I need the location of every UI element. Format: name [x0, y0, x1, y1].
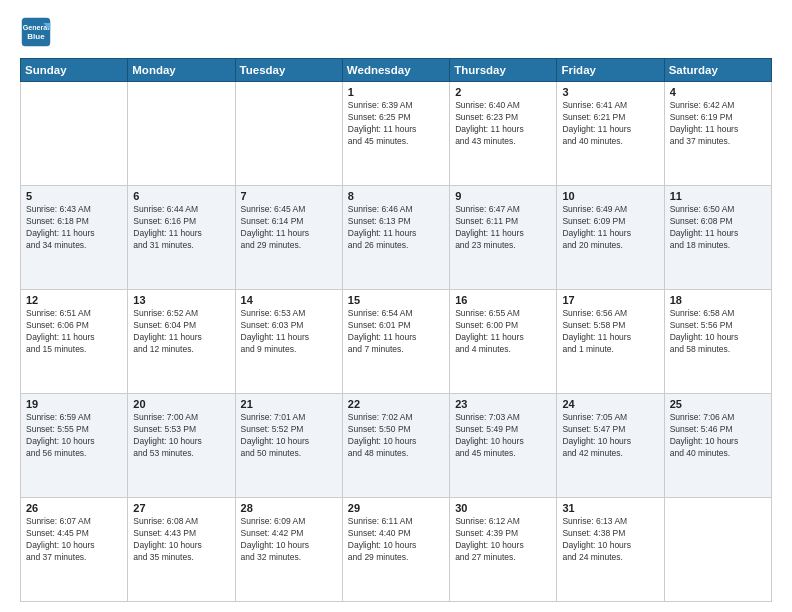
- calendar-cell: 2Sunrise: 6:40 AM Sunset: 6:23 PM Daylig…: [450, 82, 557, 186]
- day-number: 21: [241, 398, 337, 410]
- calendar-cell: 8Sunrise: 6:46 AM Sunset: 6:13 PM Daylig…: [342, 186, 449, 290]
- day-number: 7: [241, 190, 337, 202]
- day-number: 16: [455, 294, 551, 306]
- calendar-week-4: 19Sunrise: 6:59 AM Sunset: 5:55 PM Dayli…: [21, 394, 772, 498]
- day-info: Sunrise: 6:58 AM Sunset: 5:56 PM Dayligh…: [670, 308, 766, 356]
- day-info: Sunrise: 6:07 AM Sunset: 4:45 PM Dayligh…: [26, 516, 122, 564]
- day-info: Sunrise: 6:43 AM Sunset: 6:18 PM Dayligh…: [26, 204, 122, 252]
- svg-text:Blue: Blue: [27, 32, 45, 41]
- day-info: Sunrise: 7:01 AM Sunset: 5:52 PM Dayligh…: [241, 412, 337, 460]
- calendar-cell: 7Sunrise: 6:45 AM Sunset: 6:14 PM Daylig…: [235, 186, 342, 290]
- day-info: Sunrise: 6:55 AM Sunset: 6:00 PM Dayligh…: [455, 308, 551, 356]
- day-number: 27: [133, 502, 229, 514]
- calendar-cell: 22Sunrise: 7:02 AM Sunset: 5:50 PM Dayli…: [342, 394, 449, 498]
- day-info: Sunrise: 6:42 AM Sunset: 6:19 PM Dayligh…: [670, 100, 766, 148]
- calendar-cell: 20Sunrise: 7:00 AM Sunset: 5:53 PM Dayli…: [128, 394, 235, 498]
- calendar-cell: 30Sunrise: 6:12 AM Sunset: 4:39 PM Dayli…: [450, 498, 557, 602]
- day-number: 31: [562, 502, 658, 514]
- day-info: Sunrise: 6:47 AM Sunset: 6:11 PM Dayligh…: [455, 204, 551, 252]
- day-number: 23: [455, 398, 551, 410]
- weekday-header-row: SundayMondayTuesdayWednesdayThursdayFrid…: [21, 59, 772, 82]
- day-info: Sunrise: 7:00 AM Sunset: 5:53 PM Dayligh…: [133, 412, 229, 460]
- day-info: Sunrise: 6:11 AM Sunset: 4:40 PM Dayligh…: [348, 516, 444, 564]
- day-number: 18: [670, 294, 766, 306]
- calendar-cell: 9Sunrise: 6:47 AM Sunset: 6:11 PM Daylig…: [450, 186, 557, 290]
- calendar-cell: 18Sunrise: 6:58 AM Sunset: 5:56 PM Dayli…: [664, 290, 771, 394]
- day-info: Sunrise: 7:03 AM Sunset: 5:49 PM Dayligh…: [455, 412, 551, 460]
- day-info: Sunrise: 6:39 AM Sunset: 6:25 PM Dayligh…: [348, 100, 444, 148]
- day-number: 1: [348, 86, 444, 98]
- calendar-cell: [664, 498, 771, 602]
- day-info: Sunrise: 6:46 AM Sunset: 6:13 PM Dayligh…: [348, 204, 444, 252]
- calendar-cell: 27Sunrise: 6:08 AM Sunset: 4:43 PM Dayli…: [128, 498, 235, 602]
- day-number: 12: [26, 294, 122, 306]
- day-info: Sunrise: 6:52 AM Sunset: 6:04 PM Dayligh…: [133, 308, 229, 356]
- day-number: 14: [241, 294, 337, 306]
- day-info: Sunrise: 6:54 AM Sunset: 6:01 PM Dayligh…: [348, 308, 444, 356]
- calendar-week-5: 26Sunrise: 6:07 AM Sunset: 4:45 PM Dayli…: [21, 498, 772, 602]
- calendar-cell: 14Sunrise: 6:53 AM Sunset: 6:03 PM Dayli…: [235, 290, 342, 394]
- day-info: Sunrise: 6:51 AM Sunset: 6:06 PM Dayligh…: [26, 308, 122, 356]
- calendar-cell: 5Sunrise: 6:43 AM Sunset: 6:18 PM Daylig…: [21, 186, 128, 290]
- calendar-week-3: 12Sunrise: 6:51 AM Sunset: 6:06 PM Dayli…: [21, 290, 772, 394]
- calendar-cell: [235, 82, 342, 186]
- header: General Blue: [20, 16, 772, 48]
- day-number: 8: [348, 190, 444, 202]
- weekday-header-tuesday: Tuesday: [235, 59, 342, 82]
- day-number: 11: [670, 190, 766, 202]
- day-number: 17: [562, 294, 658, 306]
- calendar-cell: 26Sunrise: 6:07 AM Sunset: 4:45 PM Dayli…: [21, 498, 128, 602]
- day-number: 9: [455, 190, 551, 202]
- calendar-cell: 31Sunrise: 6:13 AM Sunset: 4:38 PM Dayli…: [557, 498, 664, 602]
- day-number: 20: [133, 398, 229, 410]
- day-info: Sunrise: 6:40 AM Sunset: 6:23 PM Dayligh…: [455, 100, 551, 148]
- calendar-week-2: 5Sunrise: 6:43 AM Sunset: 6:18 PM Daylig…: [21, 186, 772, 290]
- calendar-cell: 10Sunrise: 6:49 AM Sunset: 6:09 PM Dayli…: [557, 186, 664, 290]
- day-info: Sunrise: 6:12 AM Sunset: 4:39 PM Dayligh…: [455, 516, 551, 564]
- calendar-cell: [21, 82, 128, 186]
- day-info: Sunrise: 6:44 AM Sunset: 6:16 PM Dayligh…: [133, 204, 229, 252]
- day-info: Sunrise: 6:59 AM Sunset: 5:55 PM Dayligh…: [26, 412, 122, 460]
- logo: General Blue: [20, 16, 52, 48]
- day-number: 25: [670, 398, 766, 410]
- day-number: 4: [670, 86, 766, 98]
- weekday-header-wednesday: Wednesday: [342, 59, 449, 82]
- calendar-cell: 3Sunrise: 6:41 AM Sunset: 6:21 PM Daylig…: [557, 82, 664, 186]
- svg-text:General: General: [23, 24, 50, 32]
- day-number: 30: [455, 502, 551, 514]
- calendar-cell: 17Sunrise: 6:56 AM Sunset: 5:58 PM Dayli…: [557, 290, 664, 394]
- calendar-cell: 24Sunrise: 7:05 AM Sunset: 5:47 PM Dayli…: [557, 394, 664, 498]
- calendar-cell: 25Sunrise: 7:06 AM Sunset: 5:46 PM Dayli…: [664, 394, 771, 498]
- weekday-header-friday: Friday: [557, 59, 664, 82]
- logo-icon: General Blue: [20, 16, 52, 48]
- day-info: Sunrise: 6:56 AM Sunset: 5:58 PM Dayligh…: [562, 308, 658, 356]
- calendar-cell: 11Sunrise: 6:50 AM Sunset: 6:08 PM Dayli…: [664, 186, 771, 290]
- day-info: Sunrise: 6:50 AM Sunset: 6:08 PM Dayligh…: [670, 204, 766, 252]
- day-info: Sunrise: 7:06 AM Sunset: 5:46 PM Dayligh…: [670, 412, 766, 460]
- day-number: 3: [562, 86, 658, 98]
- weekday-header-monday: Monday: [128, 59, 235, 82]
- day-number: 5: [26, 190, 122, 202]
- day-info: Sunrise: 6:09 AM Sunset: 4:42 PM Dayligh…: [241, 516, 337, 564]
- day-number: 28: [241, 502, 337, 514]
- calendar-cell: 6Sunrise: 6:44 AM Sunset: 6:16 PM Daylig…: [128, 186, 235, 290]
- day-number: 29: [348, 502, 444, 514]
- calendar-cell: 21Sunrise: 7:01 AM Sunset: 5:52 PM Dayli…: [235, 394, 342, 498]
- calendar-cell: 1Sunrise: 6:39 AM Sunset: 6:25 PM Daylig…: [342, 82, 449, 186]
- calendar-cell: 28Sunrise: 6:09 AM Sunset: 4:42 PM Dayli…: [235, 498, 342, 602]
- day-number: 10: [562, 190, 658, 202]
- calendar-cell: 12Sunrise: 6:51 AM Sunset: 6:06 PM Dayli…: [21, 290, 128, 394]
- calendar-cell: 29Sunrise: 6:11 AM Sunset: 4:40 PM Dayli…: [342, 498, 449, 602]
- weekday-header-saturday: Saturday: [664, 59, 771, 82]
- day-number: 24: [562, 398, 658, 410]
- day-info: Sunrise: 6:45 AM Sunset: 6:14 PM Dayligh…: [241, 204, 337, 252]
- day-info: Sunrise: 6:08 AM Sunset: 4:43 PM Dayligh…: [133, 516, 229, 564]
- calendar-cell: 15Sunrise: 6:54 AM Sunset: 6:01 PM Dayli…: [342, 290, 449, 394]
- calendar-cell: 16Sunrise: 6:55 AM Sunset: 6:00 PM Dayli…: [450, 290, 557, 394]
- calendar-cell: 19Sunrise: 6:59 AM Sunset: 5:55 PM Dayli…: [21, 394, 128, 498]
- day-info: Sunrise: 6:53 AM Sunset: 6:03 PM Dayligh…: [241, 308, 337, 356]
- day-number: 22: [348, 398, 444, 410]
- day-number: 19: [26, 398, 122, 410]
- calendar-cell: 13Sunrise: 6:52 AM Sunset: 6:04 PM Dayli…: [128, 290, 235, 394]
- day-info: Sunrise: 6:49 AM Sunset: 6:09 PM Dayligh…: [562, 204, 658, 252]
